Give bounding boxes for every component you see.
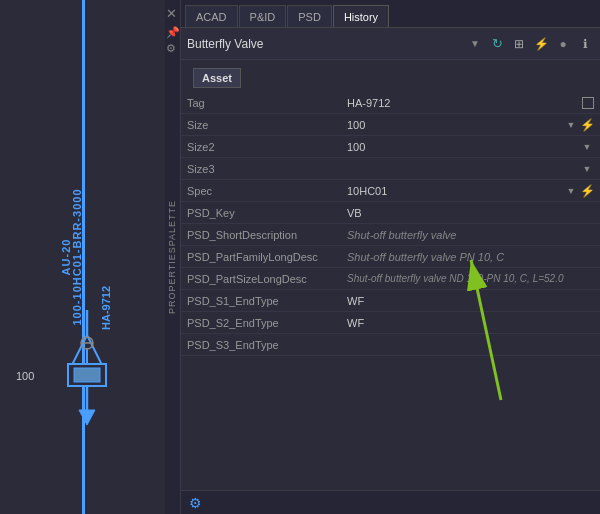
prop-name-psd-short: PSD_ShortDescription [187,229,347,241]
prop-row-size: Size 100 ▼ ⚡ [181,114,600,136]
prop-name-psd-s1: PSD_S1_EndType [187,295,347,307]
prop-value-tag: HA-9712 [347,97,578,109]
prop-row-tag: Tag HA-9712 [181,92,600,114]
svg-marker-7 [79,410,95,425]
properties-palette-strip: PROPERTIESPALETTE [165,0,181,514]
tab-pid[interactable]: P&ID [239,5,287,27]
spec-dropdown-icon[interactable]: ▼ [564,184,578,198]
pin-button[interactable]: 📌 [166,26,180,39]
prop-value-psd-short: Shut-off butterfly valve [347,229,594,241]
tag-square-icon[interactable] [582,97,594,109]
prop-name-size2: Size2 [187,141,347,153]
status-bar: ⚙ [181,490,600,514]
prop-value-psd-s1: WF [347,295,594,307]
prop-row-spec: Spec 10HC01 ▼ ⚡ [181,180,600,202]
circle-icon[interactable]: ● [554,35,572,53]
tab-bar: ACAD P&ID PSD History [181,0,600,28]
prop-row-psd-family: PSD_PartFamilyLongDesc Shut-off butterfl… [181,246,600,268]
spec-lightning-icon[interactable]: ⚡ [580,184,594,198]
prop-name-spec: Spec [187,185,347,197]
prop-row-psd-s1: PSD_S1_EndType WF [181,290,600,312]
tab-psd[interactable]: PSD [287,5,332,27]
size-dropdown-icon[interactable]: ▼ [564,118,578,132]
status-icon: ⚙ [189,495,202,511]
svg-rect-4 [74,368,100,382]
prop-value-size2: 100 [347,141,576,153]
prop-name-tag: Tag [187,97,347,109]
prop-value-psdkey: VB [347,207,594,219]
label-au: AU-20 [60,239,72,276]
prop-name-size: Size [187,119,347,131]
properties-panel: ACAD P&ID PSD History Butterfly Valve ▼ … [181,0,600,514]
prop-row-psd-s3: PSD_S3_EndType [181,334,600,356]
prop-value-psd-s2: WF [347,317,594,329]
lightning-icon[interactable]: ⚡ [532,35,550,53]
valve-tag: HA-9712 [100,286,112,330]
prop-name-size3: Size3 [187,163,347,175]
tab-acad[interactable]: ACAD [185,5,238,27]
title-dropdown-icon[interactable]: ▼ [466,35,484,53]
asset-section: Asset [181,60,600,92]
prop-row-psd-short: PSD_ShortDescription Shut-off butterfly … [181,224,600,246]
prop-row-size2: Size2 100 ▼ [181,136,600,158]
properties-palette-label: PROPERTIESPALETTE [168,200,178,314]
prop-name-psd-family: PSD_PartFamilyLongDesc [187,251,347,263]
settings-button[interactable]: ⚙ [166,42,176,55]
size-lightning-icon[interactable]: ⚡ [580,118,594,132]
component-title: Butterfly Valve [187,37,462,51]
toolbar: Butterfly Valve ▼ ↻ ⊞ ⚡ ● ℹ [181,28,600,60]
prop-row-psd-s2: PSD_S2_EndType WF [181,312,600,334]
tab-history[interactable]: History [333,5,389,27]
prop-name-psd-s3: PSD_S3_EndType [187,339,347,351]
prop-row-psd-size: PSD_PartSizeLongDesc Shut-off butterfly … [181,268,600,290]
prop-value-size: 100 [347,119,560,131]
section-label: Asset [193,68,241,88]
prop-row-size3: Size3 ▼ [181,158,600,180]
prop-name-psdkey: PSD_Key [187,207,347,219]
size2-dropdown-icon[interactable]: ▼ [580,140,594,154]
prop-value-spec: 10HC01 [347,185,560,197]
prop-name-psd-size: PSD_PartSizeLongDesc [187,273,347,285]
prop-row-psdkey: PSD_Key VB [181,202,600,224]
size3-dropdown-icon[interactable]: ▼ [580,162,594,176]
grid-icon[interactable]: ⊞ [510,35,528,53]
close-button[interactable]: ✕ [166,6,177,21]
prop-value-psd-size: Shut-off butterfly valve ND 100-PN 10, C… [347,273,594,284]
properties-table: Asset Tag HA-9712 Size 100 ▼ ⚡ Size2 100… [181,60,600,490]
info-icon[interactable]: ℹ [576,35,594,53]
prop-name-psd-s2: PSD_S2_EndType [187,317,347,329]
size-label: 100 [16,370,34,382]
refresh-icon[interactable]: ↻ [488,35,506,53]
drawing-area: 100-10HC01-BRR-3000 AU-20 HA-9712 100 [0,0,165,514]
prop-value-psd-family: Shut-off butterfly valve PN 10, C [347,251,594,263]
